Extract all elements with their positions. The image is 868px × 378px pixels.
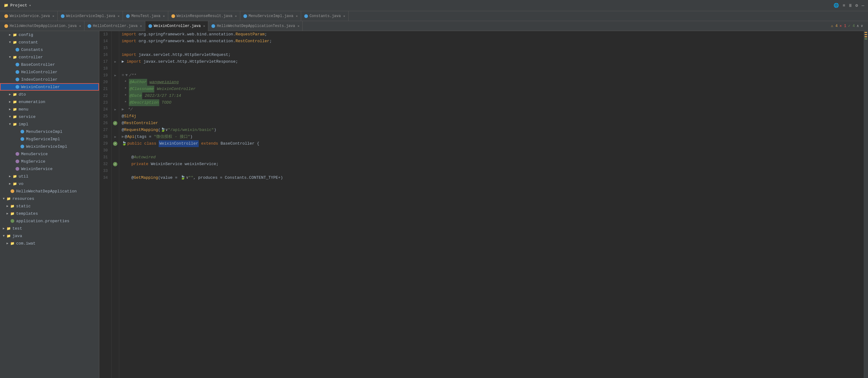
close-tab-hwat[interactable]: ✕	[298, 24, 299, 28]
sidebar-label-config: config	[19, 33, 33, 37]
close-tab-hwa[interactable]: ✕	[79, 24, 81, 28]
sidebar-item-enumeration[interactable]: ▶ 📁 enumeration	[0, 98, 99, 105]
fold-marker-17[interactable]: ▶	[112, 58, 119, 65]
expand-icon[interactable]: ∧	[857, 24, 859, 28]
sidebar-item-constants[interactable]: Constants	[0, 46, 99, 53]
sidebar-item-static[interactable]: ▶ 📁 static	[0, 202, 99, 210]
folder-icon-comiwat: 📁	[10, 241, 15, 246]
sidebar-item-weixincontroller[interactable]: WeixinController	[0, 83, 99, 91]
sidebar-item-config[interactable]: ▶ 📁 config	[0, 31, 99, 38]
collapse-icon[interactable]: ∨	[861, 24, 863, 28]
tab-menutest[interactable]: MenuTest.java ✕	[123, 11, 168, 21]
sidebar-item-weixinserviceimpl[interactable]: WeixinServiceImpl	[0, 143, 99, 150]
arrow-static: ▶	[5, 204, 10, 208]
close-tab-menuserviceimpl[interactable]: ✕	[296, 14, 298, 18]
arrow-menu: ▶	[7, 107, 12, 111]
arrow-constant: ▼	[7, 41, 12, 44]
impl-icon-32[interactable]: ↗	[112, 161, 119, 167]
folder-icon-vo: 📁	[12, 181, 18, 186]
settings-icon[interactable]: ⚙	[855, 3, 858, 8]
sidebar-item-hellowechatdepapp[interactable]: HelloWechatDepApplication	[0, 187, 99, 195]
file-icon-weixinservice	[15, 166, 20, 171]
close-tab-weixinservice[interactable]: ✕	[53, 14, 54, 18]
sidebar-label-weixinserviceimpl: WeixinServiceImpl	[26, 144, 67, 149]
sidebar-item-menuserviceimpl[interactable]: MenuServiceImpl	[0, 128, 99, 135]
code-line-20: * @Author wangweiqiang	[122, 79, 864, 86]
minimize-icon[interactable]: —	[862, 3, 864, 8]
close-tab-weixincontroller[interactable]: ✕	[203, 24, 205, 28]
ok-indicator	[865, 38, 867, 39]
sidebar-item-dto[interactable]: ▶ 📁 dto	[0, 91, 99, 98]
sidebar-label-hellowechatdepapp: HelloWechatDepApplication	[16, 189, 77, 194]
fold-marker-19[interactable]: ▶	[112, 72, 119, 79]
list-icon[interactable]: ≡	[842, 3, 845, 8]
arrow-vo: ▶	[7, 182, 12, 186]
sidebar-item-templates[interactable]: ▶ 📁 templates	[0, 210, 99, 217]
impl-icon-26[interactable]: ↗	[112, 120, 119, 127]
code-area[interactable]: 13 14 15 16 17 18 19 20 21 22 23 24 25 2…	[99, 31, 868, 378]
sidebar-label-vo: vo	[19, 182, 24, 186]
file-icon-constants	[15, 47, 20, 52]
sidebar-label-util: util	[19, 174, 28, 179]
app-header: 📁 Project ▾ 🌐 ≡ ≣ ⚙ —	[0, 0, 868, 11]
sidebar-item-msgserviceimpl[interactable]: MsgServiceImpl	[0, 135, 99, 143]
code-line-23: * @Description TODO	[122, 99, 864, 106]
folder-icon-controller: 📁	[12, 55, 18, 60]
sidebar-item-hellocontroller[interactable]: HelloController	[0, 68, 99, 76]
file-icon-weixinserviceimpl	[20, 144, 25, 149]
impl-icon-29[interactable]: ↗	[112, 140, 119, 147]
tab-constants[interactable]: Constants.java ✕	[301, 11, 349, 21]
folder-icon-config: 📁	[12, 32, 18, 37]
sidebar-item-indexcontroller[interactable]: IndexController	[0, 76, 99, 83]
folder-icon-templates: 📁	[10, 211, 15, 216]
close-tab-weixinserviceimpl[interactable]: ✕	[118, 14, 120, 18]
close-tab-hellocontroller[interactable]: ✕	[140, 24, 142, 28]
sidebar: ▶ 📁 config ▼ 📁 constant Constants ▼ 📁 co…	[0, 31, 99, 378]
tab-hellowechatdepapplicationtests[interactable]: HelloWechatDepApplicationTests.java ✕	[208, 21, 303, 31]
code-line-30	[122, 147, 864, 154]
close-tab-menutest[interactable]: ✕	[163, 14, 165, 18]
fold-marker-28[interactable]: ▶	[112, 133, 119, 140]
fold-marker-24[interactable]: ▶	[112, 106, 119, 113]
sidebar-item-service[interactable]: ▼ 📁 service	[0, 113, 99, 120]
sidebar-item-util[interactable]: ▶ 📁 util	[0, 172, 99, 180]
arrow-templates: ▶	[5, 212, 10, 215]
sidebar-item-controller[interactable]: ▼ 📁 controller	[0, 53, 99, 61]
arrow-controller: ▼	[7, 56, 12, 59]
tab-hellowechatdepapplication[interactable]: HelloWechatDepApplication.java ✕	[1, 21, 85, 31]
sidebar-item-menuservice[interactable]: MenuService	[0, 150, 99, 158]
right-gutter	[864, 31, 868, 378]
code-line-14: import org.springframework.web.bind.anno…	[122, 38, 864, 45]
tab-menuserviceimpl[interactable]: MenuServiceImpl.java ✕	[240, 11, 301, 21]
sidebar-item-constant[interactable]: ▼ 📁 constant	[0, 38, 99, 46]
close-tab-constants[interactable]: ✕	[343, 14, 345, 18]
project-icon: 📁	[4, 3, 8, 8]
sidebar-item-resources[interactable]: ▼ 📁 resources	[0, 195, 99, 202]
sidebar-item-application-properties[interactable]: application.properties	[0, 217, 99, 225]
tab-weixincontroller[interactable]: WeixinController.java ✕	[145, 21, 208, 31]
globe-icon[interactable]: 🌐	[834, 3, 839, 8]
sidebar-item-comiwat[interactable]: ▶ 📁 com.iwat	[0, 240, 99, 247]
sidebar-item-java[interactable]: ▼ 📁 java	[0, 232, 99, 240]
code-line-26: @ RestController	[122, 120, 864, 127]
sidebar-item-test[interactable]: ▶ 📁 test	[0, 225, 99, 232]
list2-icon[interactable]: ≣	[849, 3, 851, 8]
tab-hellocontroller[interactable]: HelloController.java ✕	[85, 21, 145, 31]
code-line-32: private WeixinService weixinService;	[122, 161, 864, 167]
sidebar-label-controller: controller	[19, 55, 43, 60]
sidebar-item-msgservice[interactable]: MsgService	[0, 158, 99, 165]
tab-weixinservice[interactable]: WeixinService.java ✕	[1, 11, 58, 21]
sidebar-item-weixinservice[interactable]: WeixinService	[0, 165, 99, 172]
dropdown-icon[interactable]: ▾	[29, 3, 31, 7]
tab-weixinresponseresult[interactable]: WeixinResponseResult.java ✕	[168, 11, 240, 21]
sidebar-item-vo[interactable]: ▶ 📁 vo	[0, 180, 99, 187]
sidebar-label-menu: menu	[19, 107, 28, 112]
sidebar-label-test: test	[12, 226, 22, 231]
sidebar-item-impl[interactable]: ▼ 📁 impl	[0, 120, 99, 128]
file-icon-basecontroller	[15, 62, 20, 67]
sidebar-item-menu[interactable]: ▶ 📁 menu	[0, 105, 99, 113]
sidebar-item-basecontroller[interactable]: BaseController	[0, 61, 99, 68]
tab-weixinserviceimpl[interactable]: WeixinServiceImpl.java ✕	[58, 11, 123, 21]
close-tab-weixinresponseresult[interactable]: ✕	[235, 14, 237, 18]
file-icon-menuservice	[15, 152, 20, 156]
